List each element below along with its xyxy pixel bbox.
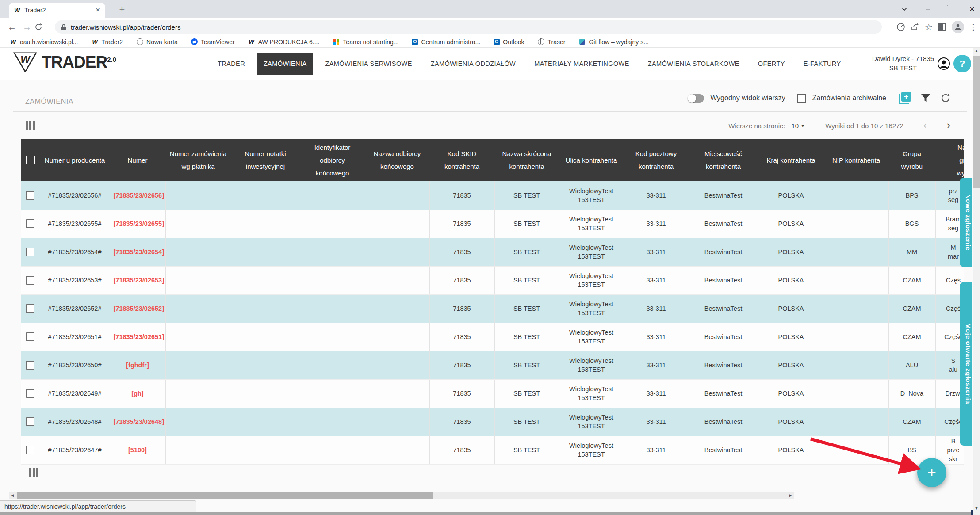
table-row[interactable]: #71835/23/02650#[fghdfr]71835SB TESTWiel… <box>21 351 964 379</box>
archive-checkbox[interactable] <box>797 94 806 103</box>
prev-page-button[interactable]: ‹ <box>923 119 927 132</box>
add-order-fab[interactable]: + <box>917 458 946 487</box>
cell-numer[interactable]: [71835/23/02651] <box>110 323 165 351</box>
next-page-button[interactable]: › <box>946 119 951 132</box>
column-header[interactable]: Miejscowość kontrahenta <box>689 139 758 181</box>
bookmark-item[interactable]: Git flow – wydajny s... <box>578 38 648 46</box>
table-row[interactable]: #71835/23/02652#[71835/23/02652]71835SB … <box>21 294 964 323</box>
scroll-up-icon[interactable]: ▲ <box>973 49 980 53</box>
column-header[interactable]: Numer <box>110 139 165 181</box>
bookmark-item[interactable]: Teams not starting... <box>333 38 398 46</box>
bookmark-item[interactable]: ⇄TeamViewer <box>191 38 235 46</box>
nav-item-zam-wienia-oddzia-w[interactable]: ZAMÓWIENIA ODDZIAŁÓW <box>425 53 522 75</box>
bookmark-item[interactable]: OCentrum administra... <box>412 38 480 46</box>
trader-logo[interactable]: W TRADER2.0 <box>13 52 116 72</box>
cell-numer[interactable]: [fghdfr] <box>110 351 165 379</box>
table-row[interactable]: #71835/23/02649#[gh]71835SB TESTWielogło… <box>21 379 964 408</box>
bookmark-item[interactable]: Traser <box>538 38 566 46</box>
help-button[interactable]: ? <box>953 55 971 72</box>
table-row[interactable]: #71835/23/02651#[71835/23/02651]71835SB … <box>21 323 964 351</box>
row-checkbox[interactable] <box>26 219 34 228</box>
table-row[interactable]: #71835/23/02647#[5100]71835SB TESTWielog… <box>21 436 964 464</box>
side-tab-new-tickets[interactable]: Nowe zgłoszenie <box>960 178 972 267</box>
performance-icon[interactable] <box>896 23 905 31</box>
new-tab-button[interactable]: + <box>116 4 128 16</box>
profile-avatar-icon[interactable] <box>952 21 964 33</box>
bookmark-item[interactable]: WTrader2 <box>92 38 123 46</box>
bookmark-item[interactable]: WAW PRODUKCJA 6.... <box>248 38 320 46</box>
rows-per-page-select[interactable]: 10▼ <box>792 122 805 130</box>
row-checkbox[interactable] <box>26 446 34 454</box>
cell-numer[interactable]: [5100] <box>110 436 165 464</box>
back-arrow-icon[interactable]: ← <box>4 22 19 32</box>
nav-item-zam-wienia[interactable]: ZAMÓWIENIA <box>257 53 313 75</box>
column-settings-icon[interactable] <box>26 121 35 130</box>
chevron-down-icon[interactable] <box>901 7 910 11</box>
reload-icon[interactable] <box>34 23 50 31</box>
address-bar[interactable]: trader.wisniowski.pl/app/trader/orders <box>55 20 882 34</box>
nav-item-e-faktury[interactable]: E-FAKTURY <box>797 53 847 75</box>
bookmark-item[interactable]: Woauth.wisniowski.pl... <box>10 38 78 46</box>
column-header[interactable]: Numer zamówienia wg płatnika <box>165 139 231 181</box>
column-header[interactable]: NIP kontrahenta <box>824 139 888 181</box>
nav-item-oferty[interactable]: OFERTY <box>752 53 791 75</box>
cell-numer[interactable]: [71835/23/02655] <box>110 210 165 238</box>
scroll-left-icon[interactable]: ◄ <box>9 493 16 498</box>
cell-numer[interactable]: [71835/23/02654] <box>110 238 165 266</box>
nav-item-zam-wienia-stolarkowe[interactable]: ZAMÓWIENIA STOLARKOWE <box>642 53 746 75</box>
refresh-icon[interactable] <box>940 93 951 103</box>
filter-icon[interactable] <box>921 94 930 103</box>
maximize-icon[interactable] <box>946 5 954 13</box>
nav-item-materia-y-marketingowe[interactable]: MATERIAŁY MARKETINGOWE <box>528 53 635 75</box>
scroll-right-icon[interactable]: ► <box>787 493 794 498</box>
cell-numer[interactable]: [71835/23/02653] <box>110 266 165 294</box>
table-row[interactable]: #71835/23/02656#[71835/23/02656]71835SB … <box>21 181 964 210</box>
row-checkbox[interactable] <box>26 248 34 256</box>
forward-arrow-icon[interactable]: → <box>19 22 34 32</box>
column-header[interactable]: Numer u producenta <box>40 139 110 181</box>
row-checkbox[interactable] <box>26 417 34 426</box>
column-header[interactable]: Nazwa skrócona kontrahenta <box>494 139 559 181</box>
row-view-toggle[interactable] <box>688 94 704 103</box>
table-row[interactable]: #71835/23/02653#[71835/23/02653]71835SB … <box>21 266 964 294</box>
horizontal-scrollbar[interactable]: ◄ ► <box>9 492 794 499</box>
column-header[interactable]: Identyfikator odbiorcy końcowego <box>300 139 365 181</box>
select-all-checkbox[interactable] <box>26 156 35 164</box>
user-avatar-icon[interactable] <box>938 57 950 70</box>
nav-item-trader[interactable]: TRADER <box>211 53 251 75</box>
horizontal-scroll-thumb[interactable] <box>17 492 433 499</box>
minimize-icon[interactable]: – <box>923 5 932 13</box>
add-list-icon[interactable]: + <box>899 92 911 104</box>
column-header[interactable]: Kod SKID kontrahenta <box>429 139 494 181</box>
cell-numer[interactable]: [71835/23/02648] <box>110 408 165 436</box>
cell-numer[interactable]: [gh] <box>110 379 165 408</box>
row-checkbox[interactable] <box>26 361 34 370</box>
bookmark-item[interactable]: Nowa karta <box>136 38 178 46</box>
column-header[interactable]: Nazwa odbiorcy końcowego <box>365 139 429 181</box>
row-checkbox[interactable] <box>26 389 34 398</box>
table-row[interactable]: #71835/23/02654#[71835/23/02654]71835SB … <box>21 238 964 266</box>
share-icon[interactable] <box>911 23 919 31</box>
tab-close-icon[interactable]: × <box>95 6 101 15</box>
vertical-scrollbar[interactable]: ▲ ▼ <box>973 48 980 515</box>
column-settings-icon[interactable] <box>29 468 38 477</box>
column-header[interactable]: Kod pocztowy kontrahenta <box>624 139 689 181</box>
column-header[interactable]: Nazwa grupy wyrobu <box>935 139 964 181</box>
nav-item-zam-wienia-serwisowe[interactable]: ZAMÓWIENIA SERWISOWE <box>319 53 418 75</box>
menu-kebab-icon[interactable]: ⋮ <box>969 22 977 32</box>
row-checkbox[interactable] <box>26 191 34 200</box>
column-header[interactable]: Kraj kontrahenta <box>758 139 824 181</box>
bookmark-item[interactable]: OOutlook <box>494 38 524 46</box>
cell-numer[interactable]: [71835/23/02652] <box>110 294 165 323</box>
column-header[interactable]: Ulica kontrahenta <box>559 139 624 181</box>
scroll-down-icon[interactable]: ▼ <box>973 506 980 511</box>
bookmark-star-icon[interactable]: ☆ <box>925 22 933 32</box>
table-row[interactable]: #71835/23/02648#[71835/23/02648]71835SB … <box>21 408 964 436</box>
browser-tab[interactable]: W Trader2 × <box>9 3 105 18</box>
row-checkbox[interactable] <box>26 304 34 313</box>
side-tab-my-open-tickets[interactable]: Moje otwarte zgłoszenia <box>960 282 972 446</box>
side-panel-icon[interactable] <box>938 23 946 31</box>
column-header[interactable]: Numer notatki inwestycyjnej <box>231 139 300 181</box>
row-checkbox[interactable] <box>26 332 34 341</box>
vertical-scroll-thumb[interactable] <box>973 56 980 188</box>
